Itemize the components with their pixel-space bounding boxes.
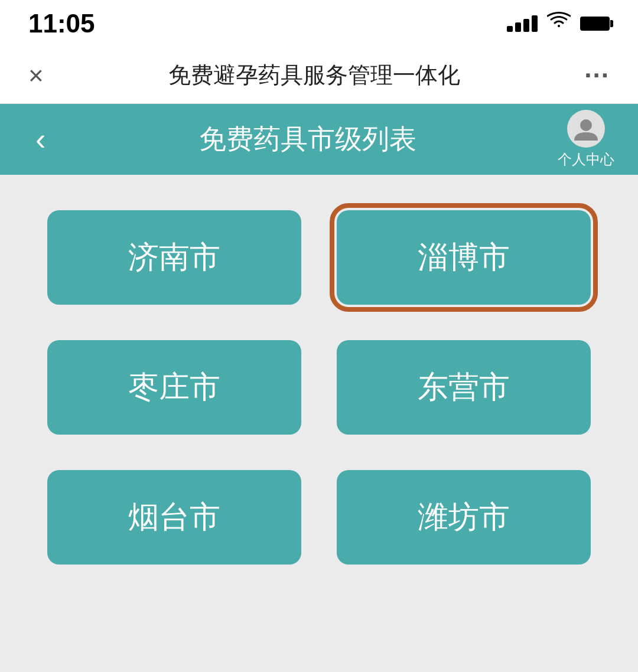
- user-label: 个人中心: [558, 150, 614, 169]
- status-icons: [507, 11, 610, 36]
- city-button-jinan[interactable]: 济南市: [47, 210, 301, 305]
- battery-icon: [580, 17, 610, 31]
- city-button-weifang[interactable]: 潍坊市: [337, 470, 591, 565]
- city-list: 济南市淄博市枣庄市东营市烟台市潍坊市: [0, 175, 638, 600]
- status-bar: 11:05: [0, 0, 638, 47]
- city-button-zibo[interactable]: 淄博市: [337, 210, 591, 305]
- user-center-button[interactable]: 个人中心: [558, 110, 614, 169]
- city-button-zaozhuang[interactable]: 枣庄市: [47, 340, 301, 435]
- app-header: ‹ 免费药具市级列表 个人中心: [0, 104, 638, 175]
- avatar: [567, 110, 605, 148]
- more-button[interactable]: ···: [584, 61, 610, 90]
- svg-point-0: [580, 119, 592, 131]
- city-button-dongying[interactable]: 东营市: [337, 340, 591, 435]
- wifi-icon: [547, 11, 571, 36]
- bottom-area: [0, 600, 638, 672]
- signal-icon: [507, 15, 538, 32]
- close-button[interactable]: ×: [28, 61, 44, 90]
- browser-title: 免费避孕药具服务管理一体化: [44, 60, 585, 90]
- browser-bar: × 免费避孕药具服务管理一体化 ···: [0, 47, 638, 104]
- status-time: 11:05: [28, 9, 95, 38]
- city-button-yantai[interactable]: 烟台市: [47, 470, 301, 565]
- page-title: 免费药具市级列表: [57, 121, 558, 158]
- back-button[interactable]: ‹: [24, 116, 57, 163]
